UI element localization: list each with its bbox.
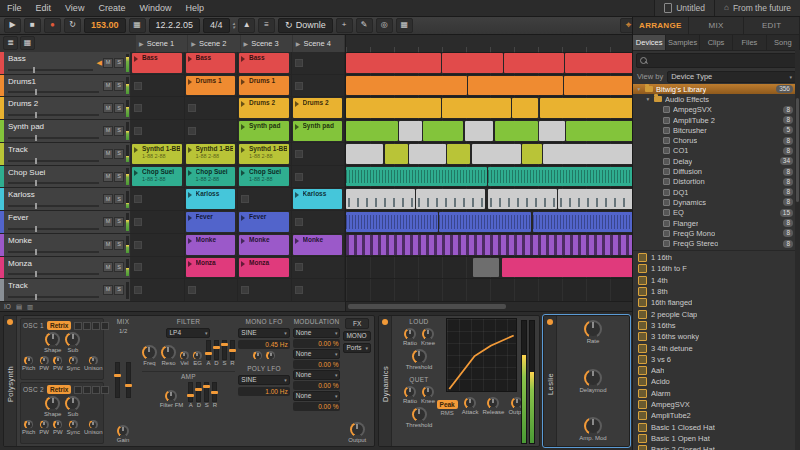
- stop-button[interactable]: ■: [24, 18, 41, 33]
- arrangement-clip[interactable]: [473, 258, 499, 278]
- clip-slot[interactable]: Monza: [185, 257, 239, 279]
- sub-mix-slider[interactable]: [126, 362, 131, 398]
- track-volume-slider[interactable]: [8, 228, 99, 230]
- clip-slot[interactable]: [131, 279, 185, 301]
- arrangement-clip[interactable]: [385, 144, 408, 164]
- track-header[interactable]: Synth padMS: [0, 120, 131, 142]
- browser-tab-clips[interactable]: Clips: [700, 35, 733, 50]
- clip-slot[interactable]: [131, 211, 185, 233]
- search-box[interactable]: [636, 53, 797, 68]
- session-clip[interactable]: Chop Suei1-88 2-88: [186, 167, 236, 187]
- mute-button[interactable]: M: [103, 103, 113, 113]
- track-volume-slider[interactable]: [8, 251, 99, 253]
- arrangement-clip[interactable]: [416, 189, 485, 209]
- clip-slot[interactable]: [131, 234, 185, 256]
- sync-knob[interactable]: [69, 356, 78, 365]
- mute-button[interactable]: M: [103, 58, 113, 68]
- arrangement-clip[interactable]: [495, 121, 538, 141]
- track-volume-slider[interactable]: [8, 205, 99, 207]
- arrangement-clip[interactable]: [472, 144, 521, 164]
- shape-knob[interactable]: [45, 396, 60, 411]
- browser-tab-files[interactable]: Files: [733, 35, 766, 50]
- mod-amount-value[interactable]: 0.00 %: [293, 360, 341, 369]
- track-volume-slider[interactable]: [8, 137, 99, 139]
- clip-slot[interactable]: Fever: [238, 211, 292, 233]
- tree-item-chorus[interactable]: Chorus8: [633, 135, 800, 145]
- r-slider[interactable]: [230, 340, 235, 360]
- arrangement-clip[interactable]: [522, 144, 542, 164]
- device-title-strip[interactable]: Leslie: [544, 316, 557, 446]
- menu-create[interactable]: Create: [91, 3, 132, 13]
- session-clip[interactable]: Monke: [239, 235, 289, 255]
- file-item-3-vs-6[interactable]: 3 vs 6: [633, 354, 800, 365]
- a-slider[interactable]: [188, 382, 193, 402]
- pitch-knob[interactable]: [24, 356, 33, 365]
- clip-slot[interactable]: Synthd 1-BB1-88 2-88: [238, 143, 292, 165]
- file-item-16th-flanged[interactable]: 16th flanged: [633, 297, 800, 308]
- tree-item-freqg-mono[interactable]: FreqG Mono8: [633, 228, 800, 238]
- clip-slot[interactable]: Drums 1: [238, 75, 292, 97]
- reso-knob[interactable]: [161, 345, 176, 360]
- session-clip[interactable]: Synthd 1-BB1-88 2-88: [239, 144, 289, 164]
- mute-button[interactable]: M: [103, 194, 113, 204]
- d-slider[interactable]: [214, 340, 219, 360]
- mod-source-dropdown[interactable]: None▾: [293, 349, 341, 359]
- file-item-acido[interactable]: Acido: [633, 376, 800, 387]
- unlabeled-knob[interactable]: [266, 351, 275, 360]
- browser-tab-samples[interactable]: Samples: [666, 35, 699, 50]
- session-clip[interactable]: Karloss: [293, 189, 343, 209]
- arrangement-clip[interactable]: [488, 167, 634, 187]
- file-item-alarm[interactable]: Alarm: [633, 388, 800, 399]
- tree-item-amplitube-2[interactable]: AmpliTube 28: [633, 115, 800, 125]
- clip-slot[interactable]: [292, 279, 346, 301]
- clip-slot[interactable]: Fever: [185, 211, 239, 233]
- browser-tab-devices[interactable]: Devices: [633, 35, 666, 50]
- horizontal-scrollbar[interactable]: [346, 301, 634, 311]
- session-clip[interactable]: Synthd 1-BB1-88 2-88: [132, 144, 182, 164]
- track-header[interactable]: Bass◀MS: [0, 52, 131, 74]
- clip-slot[interactable]: [131, 120, 185, 142]
- delaymod-knob[interactable]: [584, 369, 602, 387]
- arrangement-clip[interactable]: [346, 167, 487, 187]
- time-signature-display[interactable]: 4/4: [203, 18, 230, 33]
- clip-slot[interactable]: Synth pad: [292, 120, 346, 142]
- menu-edit[interactable]: Edit: [29, 3, 59, 13]
- osc1-preset-chip[interactable]: Retrix: [47, 321, 71, 330]
- osc2-preset-chip[interactable]: Retrix: [47, 385, 71, 394]
- signature-stepper[interactable]: ▴▾: [233, 21, 236, 29]
- file-item-basic-2-closed-hat[interactable]: Basic 2 Closed Hat: [633, 444, 800, 450]
- menu-file[interactable]: File: [0, 3, 29, 13]
- browser-scrollbar[interactable]: [795, 50, 800, 450]
- session-clip[interactable]: Drums 1: [186, 76, 236, 96]
- rms-mode-button[interactable]: RMS: [440, 410, 453, 416]
- tree-item-flanger[interactable]: Flanger8: [633, 218, 800, 228]
- a-slider[interactable]: [206, 340, 211, 360]
- arrangement-clip[interactable]: [439, 212, 531, 232]
- clip-slot[interactable]: Monke: [292, 234, 346, 256]
- clip-slot[interactable]: [292, 257, 346, 279]
- device-power-button[interactable]: [7, 319, 13, 325]
- device-title-strip[interactable]: Dynamics: [379, 316, 392, 446]
- track-header[interactable]: MonkeMS: [0, 234, 131, 256]
- solo-button[interactable]: S: [114, 217, 124, 227]
- filter-mode-dropdown[interactable]: LP4 ▾: [166, 328, 210, 338]
- arrangement-clip[interactable]: [539, 121, 565, 141]
- tree-item-distortion[interactable]: Distortion8: [633, 177, 800, 187]
- record-mode-icon[interactable]: ◎: [376, 18, 393, 33]
- solo-button[interactable]: S: [114, 149, 124, 159]
- clip-slot[interactable]: Bass: [238, 52, 292, 74]
- tree-item-freqg-stereo[interactable]: FreqG Stereo8: [633, 238, 800, 248]
- arrangement-clip[interactable]: [346, 121, 398, 141]
- solo-button[interactable]: S: [114, 240, 124, 250]
- session-clip[interactable]: Synth pad: [239, 121, 289, 141]
- clip-slot[interactable]: [292, 166, 346, 188]
- session-clip[interactable]: Bass: [186, 53, 236, 73]
- solo-button[interactable]: S: [114, 126, 124, 136]
- ports-dropdown[interactable]: Ports ▾: [343, 343, 371, 353]
- arrangement-clip[interactable]: [566, 121, 634, 141]
- osc-mix-slider[interactable]: [115, 362, 120, 398]
- arrangement-clip[interactable]: [468, 76, 563, 96]
- session-clip[interactable]: Bass: [132, 53, 182, 73]
- mute-button[interactable]: M: [103, 285, 113, 295]
- window-tab-from-the-future[interactable]: ⌂From the future: [714, 0, 800, 16]
